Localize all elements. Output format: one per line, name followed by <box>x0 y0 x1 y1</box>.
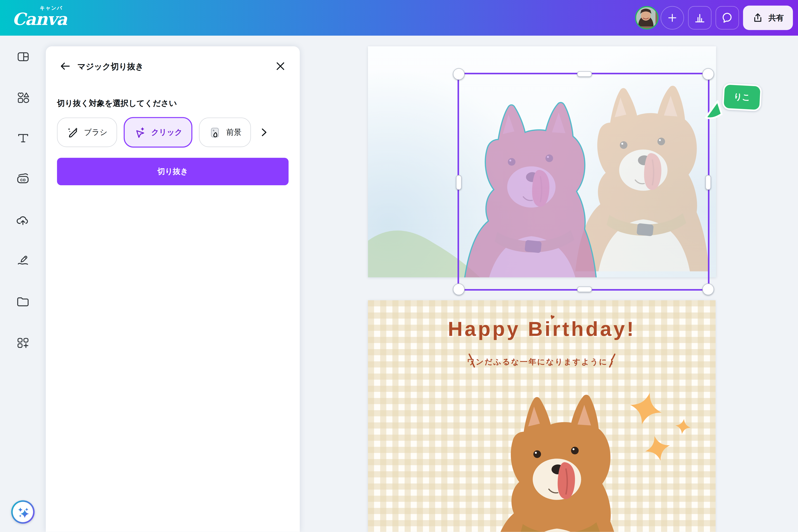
back-button[interactable] <box>56 57 74 75</box>
sidebar-item-design[interactable] <box>12 45 34 68</box>
canva-editor: キャンバ Canva <box>0 0 798 532</box>
logo-text: Canva <box>12 9 67 29</box>
user-avatar[interactable] <box>635 6 659 30</box>
collaborator-label: りこ <box>722 83 762 111</box>
handle-left-middle[interactable] <box>456 175 461 190</box>
tool-chips: ブラシ クリック 前景 <box>57 118 292 147</box>
sidebar-item-brand[interactable]: co <box>12 168 34 190</box>
handle-top-middle[interactable] <box>577 71 592 77</box>
sidebar-item-projects[interactable] <box>12 290 34 313</box>
brand-icon: co <box>16 172 30 186</box>
sparkle-small[interactable] <box>675 418 690 437</box>
handle-bottom-left[interactable] <box>453 283 465 295</box>
sidebar-item-elements[interactable] <box>12 86 34 109</box>
sparkle-medium[interactable] <box>645 435 670 464</box>
tool-chip-click[interactable]: クリック <box>124 117 193 148</box>
subtitle-dash-right <box>608 353 616 368</box>
sidebar-item-draw[interactable] <box>12 249 34 272</box>
share-upload-icon <box>752 12 763 23</box>
text-icon <box>16 131 30 145</box>
sidebar-item-uploads[interactable] <box>12 209 34 231</box>
tool-chip-foreground-label: 前景 <box>226 128 242 137</box>
projects-folder-icon <box>16 295 30 309</box>
magic-crop-panel: マジック切り抜き 切り抜く対象を選択してください ブラシ <box>46 46 300 532</box>
canva-logo[interactable]: キャンバ Canva <box>10 0 71 36</box>
comments-button[interactable] <box>716 6 739 30</box>
draw-pen-icon <box>16 253 30 268</box>
birthday-card-page[interactable]: Happy Birthday! ♥ ワンだふるな一年になりますように！ <box>368 300 716 532</box>
handle-right-middle[interactable] <box>705 175 711 190</box>
handle-top-left[interactable] <box>453 68 465 80</box>
collaborator-name: りこ <box>734 92 751 103</box>
card-subtitle[interactable]: ワンだふるな一年になりますように！ <box>368 357 716 367</box>
elements-icon <box>16 90 30 104</box>
collaborator-cursor <box>704 98 724 120</box>
share-button[interactable]: 共有 <box>743 5 793 30</box>
topbar-actions: 共有 <box>635 0 793 36</box>
svg-text:co: co <box>20 177 25 182</box>
handle-top-right[interactable] <box>702 68 714 80</box>
insights-button[interactable] <box>688 6 711 30</box>
panel-subtitle: 切り抜く対象を選択してください <box>57 98 177 109</box>
panel-title: マジック切り抜き <box>77 61 144 72</box>
tool-chip-brush-label: ブラシ <box>84 128 107 137</box>
magic-brush-icon <box>67 126 79 138</box>
avatar-image <box>636 7 656 26</box>
foreground-image-icon <box>209 126 222 138</box>
back-arrow-icon <box>59 60 71 72</box>
sidebar-item-text[interactable] <box>12 127 34 149</box>
sidebar-item-apps[interactable] <box>12 332 34 354</box>
share-button-label: 共有 <box>768 13 784 23</box>
panel-header: マジック切り抜き <box>46 46 300 86</box>
magic-click-cursor-icon <box>134 126 147 138</box>
sidebar: co <box>0 36 46 532</box>
add-design-button[interactable] <box>661 6 684 30</box>
subtitle-dash-left <box>468 353 476 368</box>
chevron-right-icon <box>260 126 268 138</box>
card-title[interactable]: Happy Birthday! <box>368 318 716 341</box>
crop-button[interactable]: 切り抜き <box>57 158 288 185</box>
uploads-cloud-icon <box>16 213 30 227</box>
tool-chip-click-label: クリック <box>151 128 183 137</box>
plus-icon <box>667 12 678 23</box>
sparkle-large[interactable] <box>630 391 662 429</box>
design-icon <box>16 50 30 63</box>
close-panel-button[interactable] <box>271 57 290 75</box>
top-bar: キャンバ Canva <box>0 0 798 36</box>
tools-scroll-button[interactable] <box>258 123 271 141</box>
selection-box[interactable] <box>458 73 709 291</box>
handle-bottom-middle[interactable] <box>577 287 592 292</box>
close-icon <box>275 61 285 71</box>
chat-icon <box>721 12 734 24</box>
card-dog-cutout[interactable] <box>482 383 626 532</box>
tool-chip-brush[interactable]: ブラシ <box>57 117 117 147</box>
handle-bottom-right[interactable] <box>702 283 714 295</box>
bar-chart-icon <box>694 12 706 24</box>
apps-icon <box>16 336 30 350</box>
tool-chip-foreground[interactable]: 前景 <box>199 117 251 147</box>
